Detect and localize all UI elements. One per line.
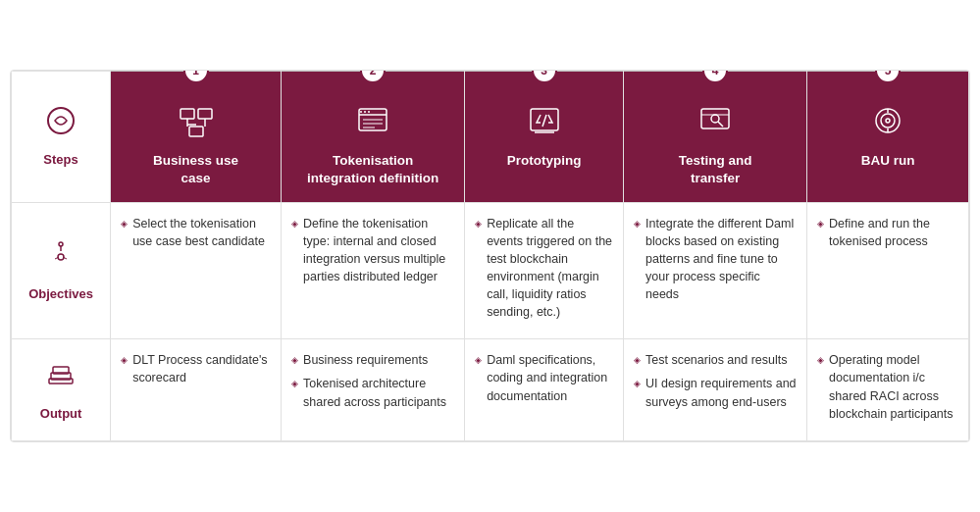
step3-header: 3 Prototyping — [465, 72, 624, 202]
svg-point-24 — [886, 119, 890, 123]
out-4-bullet-1: Test scenarios and results — [634, 351, 797, 369]
out-2-bullet-2: Tokenised architecture shared across par… — [291, 375, 454, 410]
out-4-text-1: Test scenarios and results — [645, 351, 788, 369]
step5-title: BAU run — [815, 152, 960, 170]
obj-1-bullet: Select the tokenisation use case best ca… — [121, 215, 271, 250]
obj-3-bullet: Replicate all the events triggered on th… — [475, 215, 613, 322]
output-icon — [22, 357, 100, 399]
step4-header: 4 Testing and transfer — [623, 72, 806, 202]
out-5: Operating model documentation i/c shared… — [807, 339, 969, 441]
header-row: Steps 1 Business use case 2 — [12, 72, 969, 202]
step3-icon-area — [473, 105, 615, 144]
objectives-row: Objectives Select the tokenisation use c… — [12, 202, 969, 339]
obj-2-bullet: Define the tokenisation type: internal a… — [291, 215, 454, 286]
svg-line-20 — [718, 122, 723, 127]
obj-2-text: Define the tokenisation type: internal a… — [303, 215, 454, 286]
obj-3-text: Replicate all the events triggered on th… — [487, 215, 613, 322]
obj-1-text: Select the tokenisation use case best ca… — [132, 215, 271, 250]
obj-2: Define the tokenisation type: internal a… — [282, 202, 465, 339]
output-label-cell: Output — [12, 339, 111, 441]
svg-point-12 — [360, 111, 362, 113]
obj-1: Select the tokenisation use case best ca… — [111, 202, 282, 339]
main-container: Steps 1 Business use case 2 — [10, 70, 970, 442]
out-2: Business requirements Tokenised architec… — [282, 339, 465, 441]
step1-title: Business use case — [119, 152, 273, 187]
out-2-bullet-1: Business requirements — [291, 351, 454, 369]
obj-5-text: Define and run the tokenised process — [829, 215, 958, 250]
out-1: DLT Process candidate's scorecard — [111, 339, 282, 441]
output-row: Output DLT Process candidate's scorecard… — [12, 339, 969, 441]
objectives-label-cell: Objectives — [12, 202, 111, 339]
step5-number: 5 — [875, 70, 901, 83]
step4-title: Testing and transfer — [632, 152, 799, 187]
out-3-bullet-1: Daml specifications, coding and integrat… — [475, 351, 613, 404]
output-row-label: Output — [22, 405, 100, 424]
obj-5: Define and run the tokenised process — [807, 202, 969, 339]
step4-number: 4 — [702, 70, 728, 83]
step5-icon-area — [815, 105, 960, 144]
svg-point-13 — [364, 111, 366, 113]
svg-rect-3 — [189, 127, 203, 136]
steps-label-cell: Steps — [12, 72, 111, 202]
obj-4: Integrate the different Daml blocks base… — [623, 202, 806, 339]
step3-number: 3 — [532, 70, 557, 83]
steps-row-label: Steps — [20, 151, 102, 169]
out-4-bullet-2: UI design requirements and surveys among… — [634, 375, 797, 410]
obj-4-bullet: Integrate the different Daml blocks base… — [634, 215, 797, 304]
svg-point-29 — [59, 242, 63, 246]
step2-number: 2 — [360, 70, 386, 83]
obj-3: Replicate all the events triggered on th… — [465, 202, 624, 339]
step1-icon-area — [119, 105, 273, 144]
step2-header: 2 Tokenisation integration definition — [282, 72, 465, 202]
svg-rect-2 — [198, 109, 212, 119]
step2-title: Tokenisation integration definition — [289, 152, 456, 187]
step2-icon-area — [289, 105, 456, 144]
svg-rect-18 — [701, 109, 729, 128]
out-2-text-2: Tokenised architecture shared across par… — [303, 375, 454, 410]
step4-icon-area — [632, 105, 799, 144]
step5-header: 5 BAU run — [807, 72, 969, 202]
out-2-text-1: Business requirements — [303, 351, 428, 369]
out-3-text-1: Daml specifications, coding and integrat… — [487, 351, 613, 404]
obj-5-bullet: Define and run the tokenised process — [817, 215, 958, 250]
svg-point-0 — [48, 108, 74, 133]
step1-header: 1 Business use case — [111, 72, 282, 202]
out-5-text-1: Operating model documentation i/c shared… — [829, 351, 958, 423]
out-1-text-1: DLT Process candidate's scorecard — [132, 351, 271, 386]
svg-point-14 — [368, 111, 370, 113]
svg-line-16 — [542, 115, 546, 127]
step3-title: Prototyping — [473, 152, 615, 170]
out-4: Test scenarios and results UI design req… — [623, 339, 806, 441]
svg-point-19 — [711, 115, 719, 123]
out-3: Daml specifications, coding and integrat… — [465, 339, 624, 441]
svg-point-23 — [881, 114, 895, 128]
out-5-bullet-1: Operating model documentation i/c shared… — [817, 351, 958, 423]
out-4-text-2: UI design requirements and surveys among… — [645, 375, 797, 410]
step1-number: 1 — [183, 70, 209, 83]
svg-rect-1 — [181, 109, 194, 119]
objectives-row-label: Objectives — [22, 285, 100, 304]
objectives-icon — [22, 237, 100, 280]
steps-icon — [20, 105, 102, 145]
obj-4-text: Integrate the different Daml blocks base… — [645, 215, 797, 304]
out-1-bullet-1: DLT Process candidate's scorecard — [121, 351, 271, 386]
